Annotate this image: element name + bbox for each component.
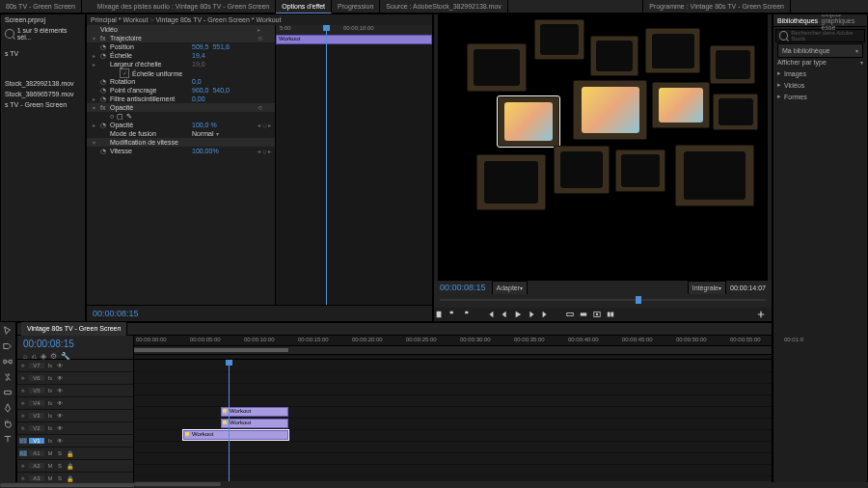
tab-effect-controls[interactable]: Options d'effet [276,0,332,14]
step-forward-button[interactable] [527,310,536,319]
mask-tools[interactable]: ○▢✎ [110,113,275,121]
lib-group[interactable]: ▸Images [773,68,867,79]
pen-tool-icon[interactable] [3,403,13,415]
mark-in-button[interactable] [448,310,457,319]
clip-workout[interactable]: Workout [221,407,288,417]
tab-source-clip[interactable]: Source : AdobeStock_382992138.mov [380,0,507,14]
stock-search-input[interactable]: Rechercher dans Adobe Stock [775,29,865,42]
value-position[interactable]: 509,5 551,8 [192,43,258,50]
value-anchor[interactable]: 960,0 540,0 [192,87,258,94]
rect-mask-icon[interactable]: ▢ [117,113,123,121]
eye-icon[interactable]: 👁 [56,363,64,368]
fx-icon[interactable]: fx [46,363,54,368]
track-header-v4[interactable]: ⎆V4fx👁 [17,397,133,410]
chevron-down-icon[interactable]: ▾ [860,59,863,66]
lift-button[interactable] [565,310,575,319]
effect-clip-bar[interactable]: Workout [276,35,432,44]
tab-essential-graphics[interactable]: Objets graphiques esse [822,14,863,31]
effect-timeline[interactable]: 5:00 00:00;10:00 Workout [276,25,432,305]
selection-tool-icon[interactable] [3,326,13,338]
slip-tool-icon[interactable] [3,388,13,399]
resolution-dropdown[interactable]: Intégrale▾ [688,281,726,295]
stopwatch-icon[interactable]: ◔ [100,148,110,155]
ripple-edit-tool-icon[interactable] [3,357,13,368]
go-to-out-button[interactable] [540,310,550,319]
razor-tool-icon[interactable] [3,372,13,384]
project-item[interactable]: Stock_386965759.mov [1,89,85,99]
clip-workout[interactable]: Workout [183,430,288,440]
tab-source[interactable]: 80s TV - Green Screen [0,0,82,14]
lib-group[interactable]: ▸Vidéos [773,79,867,91]
effect-timecode[interactable]: 00:00:08:15 [87,306,145,321]
program-viewport[interactable] [438,14,768,281]
fx-toggle-icon[interactable]: fx [100,35,110,41]
track-header-v7[interactable]: ⎆V7fx👁 [17,360,133,372]
stopwatch-icon[interactable]: ◔ [100,78,110,86]
stopwatch-icon[interactable]: ◔ [100,122,110,129]
program-timecode[interactable]: 00:00:08:15 [440,283,486,292]
track-select-tool-icon[interactable] [3,341,13,353]
track-header-v2[interactable]: ⎆V2fx👁 [17,422,133,435]
export-frame-button[interactable] [592,310,602,319]
uniform-scale-checkbox[interactable]: ✓ [120,68,129,78]
value-opacity[interactable]: 100,0 % [192,122,258,128]
value-rotation[interactable]: 0,0 [192,78,258,85]
pen-mask-icon[interactable]: ✎ [126,113,132,121]
stopwatch-icon[interactable]: ◔ [100,87,110,95]
button-editor-button[interactable] [756,310,766,319]
library-dropdown[interactable]: Ma bibliothèque▾ [777,43,863,58]
value-blend-mode[interactable]: Normal ▾ [192,130,258,137]
project-item[interactable]: s TV [1,48,85,59]
track-header-a2[interactable]: ⎆A2MS🔒 [17,460,133,473]
timeline-scrollbar[interactable] [134,481,772,487]
extract-button[interactable] [579,310,588,319]
track-header-a1[interactable]: A1A1MS🔒 [17,447,133,460]
timeline-playhead[interactable] [229,360,230,487]
comparison-view-button[interactable] [606,310,615,319]
effect-playhead[interactable] [326,25,327,305]
value-antiflicker[interactable]: 0,00 [192,95,258,102]
hand-tool-icon[interactable] [3,419,13,430]
tab-libraries[interactable]: Bibliothèques [777,17,818,24]
stopwatch-icon[interactable]: ◔ [100,43,110,51]
work-area-bar[interactable] [134,346,772,355]
step-back-button[interactable] [500,310,509,319]
zoom-dropdown[interactable]: Adapter▾ [492,281,529,295]
sequence-timecode[interactable]: 00:00:08:15 [17,336,133,352]
tab-progression[interactable]: Progression [332,0,380,14]
track-target-icon[interactable]: ⎆ [19,363,27,368]
tab-audio-mixer[interactable]: Mixage des pistes audio : Vintage 80s TV… [92,0,276,14]
track-header-v1[interactable]: V1V1fx👁 [17,435,133,447]
value-speed[interactable]: 100,00% [192,148,258,154]
timeline-ruler[interactable]: 00:00:00:00 00:00:05:00 00:00:10:00 00:0… [134,336,772,346]
section-opacity[interactable]: Opacité [110,104,258,111]
track-header-v6[interactable]: ⎆V6fx👁 [17,372,133,385]
keyframe-nav[interactable]: ◂ ◇ ▸ [258,148,275,154]
ellipse-mask-icon[interactable]: ○ [110,113,114,121]
section-time-remap[interactable]: Modification de vitesse [110,139,275,146]
tab-program[interactable]: Programme : Vintage 80s TV - Green Scree… [642,0,791,14]
fx-toggle-icon[interactable]: fx [100,104,110,111]
track-header-v3[interactable]: ⎆V3fx👁 [17,410,133,422]
clip-workout[interactable]: Workout [221,419,288,428]
go-to-in-button[interactable] [486,310,496,319]
mute-icon[interactable]: M [46,450,54,456]
type-tool-icon[interactable] [3,434,13,446]
keyframe-nav[interactable]: ◂ ◇ ▸ [258,122,275,128]
lock-icon[interactable]: 🔒 [66,450,73,457]
project-item[interactable]: s TV - Green Screen [1,99,85,110]
stopwatch-icon[interactable]: ◔ [100,52,110,60]
program-scrubber[interactable] [440,294,766,306]
solo-icon[interactable]: S [56,450,64,456]
lib-group[interactable]: ▸Formes [773,91,867,102]
section-motion[interactable]: Trajectoire [110,35,258,41]
mark-out-button[interactable] [461,310,471,319]
track-header-v5[interactable]: ⎆V5fx👁 [17,385,133,397]
sequence-tab[interactable]: Vintage 80s TV - Green Screen [21,322,127,337]
program-playhead-marker[interactable] [636,296,641,304]
stopwatch-icon[interactable]: ◔ [100,95,110,103]
add-marker-button[interactable] [434,310,444,319]
project-item[interactable]: Stock_382992138.mov [1,78,85,89]
play-button[interactable] [513,310,523,319]
value-scale[interactable]: 19,4 [192,52,258,59]
